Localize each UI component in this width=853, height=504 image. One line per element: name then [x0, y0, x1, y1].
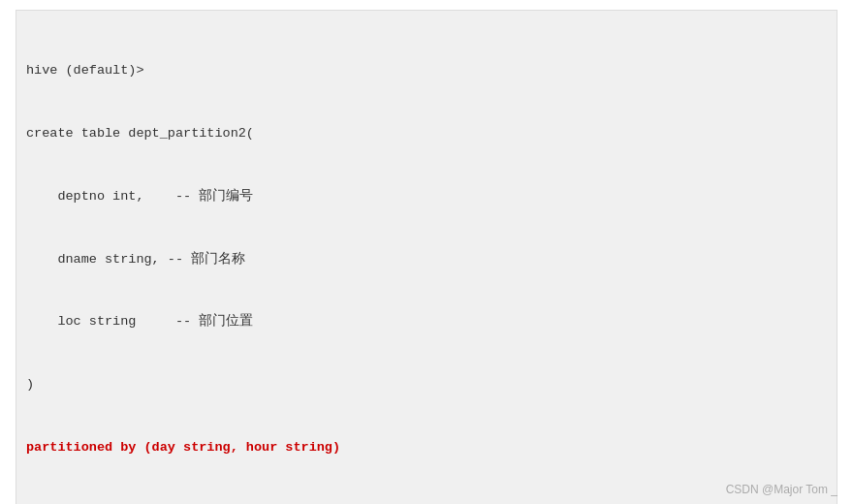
- code-line: create table dept_partition2(: [26, 123, 827, 144]
- code-line: deptno int, -- 部门编号: [26, 186, 827, 207]
- code-line: hive (default)>: [26, 60, 827, 81]
- highlighted-partition-line: partitioned by (day string, hour string): [26, 437, 827, 458]
- code-line: row format delimited fields terminated b…: [26, 500, 827, 504]
- code-line: dname string, -- 部门名称: [26, 249, 827, 270]
- watermark: CSDN @Major Tom _: [726, 483, 837, 496]
- code-line: loc string -- 部门位置: [26, 311, 827, 332]
- code-block-1: hive (default)> create table dept_partit…: [16, 10, 837, 504]
- code-line: ): [26, 374, 827, 395]
